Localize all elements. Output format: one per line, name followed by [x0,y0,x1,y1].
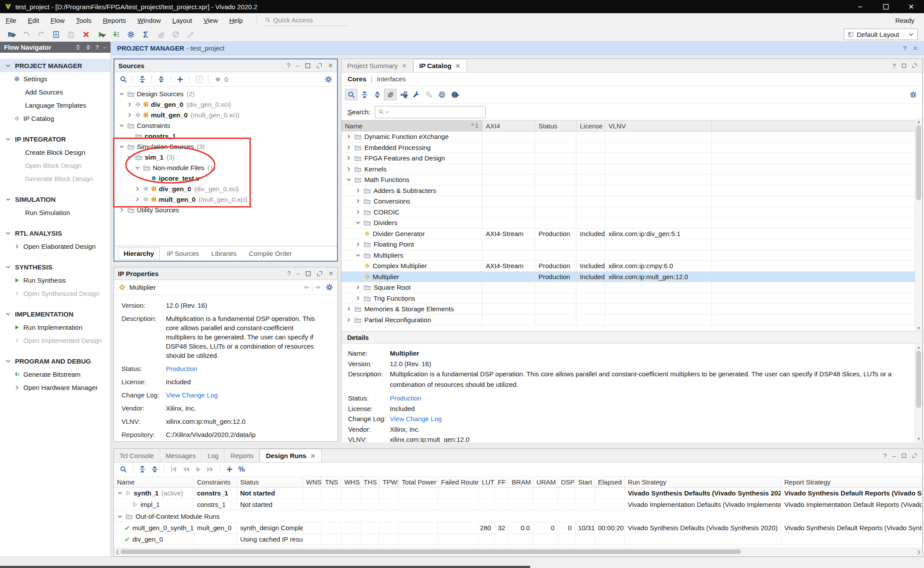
float-icon[interactable] [912,63,917,68]
close-icon[interactable]: ✕ [328,62,333,69]
forward-arrow-icon[interactable] [314,284,322,291]
menu-tools[interactable]: Tools [70,17,97,24]
flow-section-header[interactable]: SYNTHESIS [0,260,110,273]
chevron-down-icon[interactable] [118,123,125,128]
column-header-vlnv[interactable]: VLNV [605,120,712,131]
column-header-elapsed[interactable]: Elapsed [595,477,625,487]
catalog-row-cordic[interactable]: CORDIC [341,207,922,218]
collapse-all-button[interactable] [136,464,148,475]
collapse-all-button[interactable] [136,74,148,84]
search-button[interactable] [345,89,357,100]
flow-section-header[interactable]: IP INTEGRATOR [0,132,110,146]
hide-incompatible-button[interactable] [384,89,396,100]
help-icon[interactable]: ? [883,452,887,459]
close-button[interactable]: ✕ [898,0,924,13]
flow-item-open-elaborated-design[interactable]: Open Elaborated Design [0,240,110,253]
menu-view[interactable]: View [198,17,224,24]
tab-tcl-console[interactable]: Tcl Console [114,449,160,462]
tree-item-design-sources[interactable]: Design Sources(2) [114,88,337,99]
tab-libraries[interactable]: Libraries [206,248,242,259]
chevron-right-icon[interactable] [134,197,141,202]
open-project-button[interactable] [4,29,18,40]
tab-ip-catalog[interactable]: IP Catalog✕ [413,59,467,72]
tab-interfaces[interactable]: Interfaces [377,75,406,83]
runs-row-mult_gen_0_synth_1[interactable]: mult_gen_0_synth_1mult_gen_0synth_design… [114,522,922,534]
flow-section-header[interactable]: SIMULATION [0,193,110,206]
report-utilization-button[interactable]: % [236,464,247,475]
catalog-row-divider-generator[interactable]: Divider GeneratorAXI4-StreamProductionIn… [341,229,922,240]
tree-item-constrs-1[interactable]: constrs_1 [114,131,337,141]
ip-catalog-search-input[interactable] [375,106,486,118]
chevron-right-icon[interactable] [355,209,361,215]
maximize-icon[interactable] [902,63,906,68]
flow-item-add-sources[interactable]: Add Sources [0,85,110,98]
column-header-tpws[interactable]: TPWS [379,477,399,487]
chevron-down-icon[interactable] [355,220,361,226]
property-link[interactable]: View Change Log [166,390,319,400]
tab-messages[interactable]: Messages [160,449,202,462]
chevron-down-icon[interactable] [118,144,125,149]
column-header-whs[interactable]: WHS [341,477,360,487]
float-icon[interactable] [317,271,323,277]
catalog-row-fpga-features-and-design[interactable]: FPGA Features and Design [341,153,922,164]
catalog-row-memories-storage-elements[interactable]: Memories & Storage Elements [341,304,922,315]
chevron-right-icon[interactable] [346,166,352,172]
column-header-name[interactable]: Name^ 1 [341,120,482,131]
catalog-row-square-root[interactable]: Square Root [341,282,922,293]
menu-layout[interactable]: Layout [167,17,198,24]
column-header-run-strategy[interactable]: Run Strategy [625,477,781,487]
chevron-right-icon[interactable] [355,241,361,247]
tab-compile-order[interactable]: Compile Order [244,248,297,259]
flow-item-generate-bitstream[interactable]: Generate Bitstream [0,368,110,381]
column-header-lut[interactable]: LUT [479,477,495,487]
layout-selector[interactable]: Default Layout [844,29,918,40]
chevron-down-icon[interactable] [346,177,352,182]
catalog-row-floating-point[interactable]: Floating Point [341,239,922,250]
flow-item-open-hardware-manager[interactable]: Open Hardware Manager [0,381,110,394]
runs-group-row[interactable]: Out-of-Context Module Runs [114,510,922,522]
maximize-button[interactable] [873,0,898,13]
chevron-right-icon[interactable] [126,102,133,107]
add-sources-button[interactable] [174,74,186,84]
generate-bitstream-button[interactable] [109,29,122,40]
chevron-right-icon[interactable] [346,145,352,150]
tree-item-ipcore-test-v[interactable]: ipcore_test.v [114,173,337,183]
column-header-axi4[interactable]: AXI4 [482,120,535,131]
tab-project-summary[interactable]: Project Summary✕ [341,59,413,72]
settings-button[interactable] [323,74,334,84]
flow-item-settings[interactable]: Settings [0,72,110,85]
help-icon[interactable]: ? [892,62,896,69]
catalog-row-multiplier[interactable]: MultiplierProductionIncludedxilinx.com:i… [341,272,922,283]
search-button[interactable] [117,74,129,84]
flow-section-header[interactable]: IMPLEMENTATION [0,307,110,320]
tree-item-mult-gen-0[interactable]: mult_gen_0(mult_gen_0.xci) [114,194,337,204]
catalog-row-partial-reconfiguration[interactable]: Partial Reconfiguration [341,315,922,326]
add-repository-button[interactable] [436,89,447,100]
expand-all-button[interactable] [155,74,167,84]
catalog-row-adders-subtracters[interactable]: Adders & Subtracters [341,186,922,197]
catalog-row-dividers[interactable]: Dividers [341,218,922,229]
float-icon[interactable] [912,453,917,458]
chevron-down-icon[interactable] [117,490,123,496]
details-vscrollbar[interactable]: ▲ ▼ [915,344,922,442]
maximize-icon[interactable] [902,453,906,458]
menu-edit[interactable]: Edit [22,17,45,24]
catalog-row-complex-multiplier[interactable]: Complex MultiplierAXI4-StreamProductionI… [341,261,922,272]
close-icon[interactable]: ✕ [913,45,918,52]
tab-reports[interactable]: Reports [225,449,260,462]
menu-flow[interactable]: Flow [45,17,70,24]
reset-button[interactable] [79,29,92,40]
tree-item-utility-sources[interactable]: Utility Sources [114,204,337,215]
menu-help[interactable]: Help [224,17,249,24]
chevron-right-icon[interactable] [346,155,352,161]
column-header-report-strategy[interactable]: Report Strategy [781,477,922,487]
column-header-license[interactable]: License [576,120,605,131]
flow-section-header[interactable]: PROGRAM AND DEBUG [0,354,110,368]
chevron-down-icon[interactable] [134,165,141,171]
column-header-constraints[interactable]: Constraints [194,477,237,487]
settings-button[interactable] [907,89,919,100]
column-header-ff[interactable]: FF [495,477,509,487]
collapse-all-button[interactable] [359,89,370,100]
settings-button[interactable] [124,29,137,40]
chevron-right-icon[interactable] [346,134,352,139]
